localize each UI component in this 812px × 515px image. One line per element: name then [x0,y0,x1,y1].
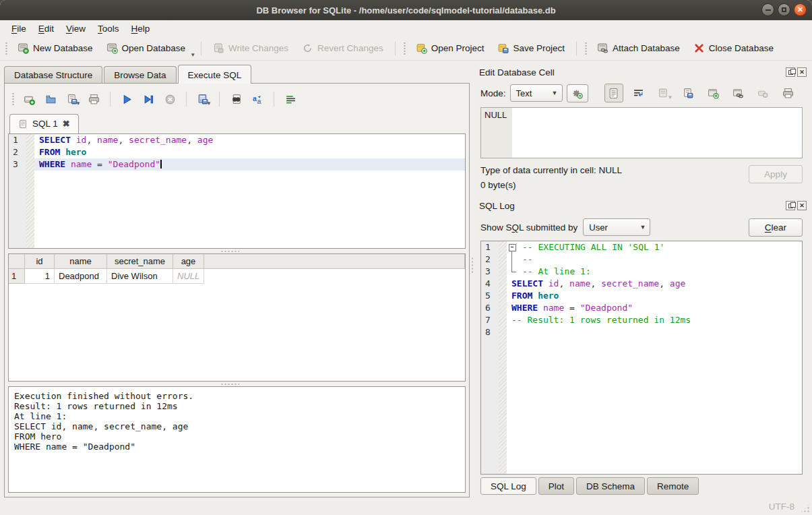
row-number[interactable]: 1 [9,269,25,284]
menu-tools[interactable]: Tools [92,22,125,35]
new-sql-tab-button[interactable] [20,90,38,109]
clear-log-button[interactable]: Clear [749,218,803,237]
cell-value-editor[interactable]: NULL [480,107,803,158]
tab-database-structure[interactable]: Database Structure [4,66,102,84]
cell-editor-content[interactable] [512,108,802,158]
import-from-file-button[interactable]: ▼ [654,84,673,102]
table-row: 1 1 Deadpond Dive Wilson NULL [9,269,465,284]
table-cell[interactable]: 1 [25,269,55,284]
execute-all-icon [121,94,133,105]
stop-execution-button[interactable] [160,90,179,109]
auto-switch-mode-button[interactable] [567,84,588,102]
table-cell[interactable]: Dive Wilson [107,269,173,284]
export-to-file-button[interactable] [679,84,698,102]
mode-combobox[interactable]: Text▼ [510,84,563,102]
minimize-icon[interactable] [761,3,774,16]
tab-execute-sql[interactable]: Execute SQL [178,65,252,84]
log-filter-combobox[interactable]: User▼ [583,218,650,236]
app-window: DB Browser for SQLite - /home/user/code/… [0,0,812,515]
open-in-external-button[interactable] [704,84,723,102]
apply-button[interactable]: Apply [749,165,803,183]
new-database-button[interactable]: New Database [11,39,99,58]
format-sql-button[interactable]: aa [248,90,267,109]
menu-bar: File Edit View Tools Help [0,20,812,36]
toolbar-drag-handle[interactable] [584,42,588,55]
sql-log-view[interactable]: 1-- EXECUTING ALL IN 'SQL 1'2--3-- At li… [480,241,803,475]
save-results-dropdown-icon[interactable]: ▼ [206,100,212,107]
tab-plot[interactable]: Plot [538,477,574,495]
line-number: 1 [9,134,26,146]
execute-all-button[interactable] [117,90,136,109]
close-database-button[interactable]: Close Database [687,39,780,58]
open-project-button[interactable]: Open Project [410,39,491,58]
open-database-button[interactable]: Open Database [100,39,192,58]
open-database-dropdown-icon[interactable]: ▼ [190,52,195,58]
menu-help[interactable]: Help [125,22,156,35]
column-header-name[interactable]: name [55,254,107,269]
open-sql-file-button[interactable] [41,90,60,109]
save-project-button[interactable]: Save Project [491,39,571,58]
save-sql-file-button[interactable]: ▼ [63,90,82,109]
float-dock-icon[interactable] [786,201,795,210]
save-sql-dropdown-icon[interactable]: ▼ [75,100,81,107]
code-line: 8 [481,326,802,338]
table-cell[interactable]: Deadpond [55,269,107,284]
write-changes-button[interactable]: Write Changes [207,39,294,58]
code-line: 2FROM hero [9,146,465,158]
sql-log-dock-header[interactable]: SQL Log ✕ [475,198,808,214]
text-mode-button[interactable] [604,84,623,102]
close-sql-tab-icon[interactable]: ✖ [63,119,70,129]
float-dock-icon[interactable] [786,67,795,77]
tab-db-schema[interactable]: DB Schema [576,477,645,495]
tab-browse-data[interactable]: Browse Data [104,66,176,84]
close-dock-icon[interactable]: ✕ [797,201,807,210]
menu-view[interactable]: View [60,22,92,35]
toolbar-drag-handle[interactable] [11,92,15,106]
sql-1-tab[interactable]: SQL 1 ✖ [9,114,79,133]
close-dock-icon[interactable]: ✕ [797,67,807,77]
save-results-button[interactable]: ▼ [193,90,212,109]
toolbar-drag-handle[interactable] [403,42,406,55]
code-line: 1-- EXECUTING ALL IN 'SQL 1' [481,241,802,253]
print-icon [88,94,100,105]
close-icon[interactable]: ✕ [794,3,807,16]
menu-file[interactable]: File [5,22,32,35]
line-number: 5 [481,290,499,302]
fold-marker-icon[interactable] [507,241,518,253]
edit-cell-dock-header[interactable]: Edit Database Cell ✕ [475,64,808,80]
sql-tab-bar: SQL 1 ✖ [8,112,466,133]
set-null-button[interactable] [754,84,773,102]
main-toolbar: New Database Open Database ▼ Write Chang… [0,36,812,61]
close-database-icon [693,42,705,54]
tab-remote[interactable]: Remote [647,477,699,495]
sql-editor[interactable]: 1SELECT id, name, secret_name, age2FROM … [8,133,466,249]
table-cell[interactable]: NULL [173,269,204,284]
find-icon [230,94,242,105]
find-button[interactable] [226,90,245,109]
toolbar-drag-handle[interactable] [5,42,8,55]
word-wrap-button[interactable] [629,84,648,102]
copy-link-button[interactable] [729,84,748,102]
column-header-secret-name[interactable]: secret_name [107,254,173,269]
print-cell-button[interactable] [779,84,798,102]
print-button[interactable] [84,90,103,109]
column-header-id[interactable]: id [25,254,55,269]
maximize-icon[interactable] [778,3,790,16]
titlebar[interactable]: DB Browser for SQLite - /home/user/code/… [0,0,812,20]
execute-current-line-button[interactable] [139,90,158,109]
splitter-handle[interactable] [8,382,466,386]
vertical-splitter-handle[interactable] [470,64,475,497]
resize-grip[interactable] [801,504,810,513]
line-number: 7 [481,314,499,326]
sql-toolbar: ▼ [8,86,466,112]
status-bar: UTF-8 [0,497,812,515]
revert-changes-button[interactable]: Revert Changes [296,39,389,58]
edit-cell-toolbar: Mode: Text▼ ▼ [475,80,808,106]
tab-sql-log[interactable]: SQL Log [480,477,536,495]
menu-edit[interactable]: Edit [32,22,60,35]
dock-tab-bar: SQL Log Plot DB Schema Remote [475,475,808,497]
attach-database-button[interactable]: Attach Database [591,39,686,58]
splitter-handle[interactable] [8,249,466,253]
column-header-age[interactable]: age [173,254,204,269]
toggle-word-wrap-button[interactable] [281,90,300,109]
